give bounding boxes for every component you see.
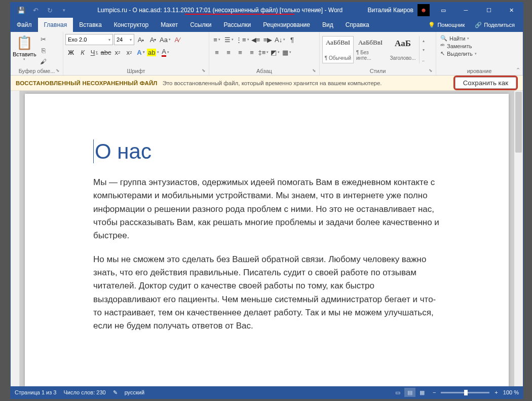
read-mode-icon[interactable]: ▭ — [392, 388, 403, 397]
replace-button[interactable]: ᵃᵇЗаменить — [440, 43, 477, 49]
zoom-level[interactable]: 100 % — [503, 389, 519, 395]
shading-icon[interactable]: ◩ — [270, 47, 281, 58]
save-as-button[interactable]: Сохранить как — [453, 76, 518, 90]
select-button[interactable]: ↖Выделить▾ — [440, 50, 477, 57]
launcher-icon[interactable]: ⬊ — [429, 68, 433, 73]
find-button[interactable]: 🔍Найти▾ — [440, 35, 477, 42]
tellme-label: Помощник — [437, 22, 465, 28]
align-right-icon[interactable]: ≡ — [235, 47, 246, 58]
tab-references[interactable]: Ссылки — [184, 18, 217, 32]
font-group-label: Шрифт — [127, 68, 145, 74]
print-layout-icon[interactable]: ▤ — [404, 388, 415, 397]
web-layout-icon[interactable]: ▦ — [416, 388, 428, 397]
align-left-icon[interactable]: ≡ — [211, 47, 222, 58]
zoom-slider[interactable] — [441, 392, 489, 393]
outdent-icon[interactable]: ◀≡ — [250, 34, 261, 45]
status-bar: Страница 1 из 3 Число слов: 230 ✎ русски… — [11, 386, 523, 398]
document-page[interactable]: О нас Мы — группа энтузиастов, одержимых… — [25, 94, 509, 386]
grow-font-icon[interactable]: A▴ — [135, 34, 146, 45]
strike-icon[interactable]: abc — [100, 47, 111, 58]
qat-more-icon[interactable]: ▾ — [57, 4, 70, 17]
paragraph-group-label: Абзац — [256, 68, 272, 74]
share-label: Поделиться — [484, 22, 515, 28]
style-normal[interactable]: АаБбВвІ¶ Обычный — [322, 36, 354, 63]
ribbon: 📋 Вставить ▾ ✂ ⎘ 🖌 Буфер обме...⬊ Exo 2.… — [11, 32, 523, 76]
message-title: ВОССТАНОВЛЕННЫЙ НЕСОХРАНЕННЫЙ ФАЙЛ — [16, 80, 158, 86]
shrink-font-icon[interactable]: A▾ — [147, 34, 159, 45]
close-icon[interactable]: ✕ — [500, 3, 523, 18]
scrollbar-thumb[interactable] — [515, 92, 522, 153]
line-spacing-icon[interactable]: ‡≡ — [258, 47, 269, 58]
numbering-icon[interactable]: ☰ — [223, 34, 235, 45]
tellme[interactable]: 💡Помощник — [424, 22, 469, 28]
page-indicator[interactable]: Страница 1 из 3 — [15, 389, 56, 395]
tab-layout[interactable]: Макет — [155, 18, 184, 32]
font-name-value: Exo 2.0 — [68, 37, 87, 43]
justify-icon[interactable]: ≡ — [246, 47, 257, 58]
language-indicator[interactable]: русский — [125, 389, 144, 395]
tab-help[interactable]: Справка — [339, 18, 375, 32]
tab-file[interactable]: Файл — [11, 18, 38, 32]
zoom-in-icon[interactable]: + — [495, 389, 498, 395]
styles-more-icon[interactable]: ▴▾⎯ — [419, 36, 427, 63]
subscript-icon[interactable]: x2 — [112, 47, 123, 58]
tab-mailings[interactable]: Рассылки — [217, 18, 257, 32]
font-name-select[interactable]: Exo 2.0▾ — [65, 34, 113, 45]
bullets-icon[interactable]: ≡ — [211, 34, 222, 45]
paste-button[interactable]: Вставить — [13, 51, 36, 57]
message-text: Это восстановленный файл, который времен… — [163, 80, 382, 86]
launcher-icon[interactable]: ⬊ — [202, 68, 206, 73]
tab-home[interactable]: Главная — [38, 18, 73, 32]
underline-icon[interactable]: Ч — [89, 47, 100, 58]
font-size-select[interactable]: 24▾ — [114, 34, 134, 45]
maximize-icon[interactable]: ☐ — [477, 3, 500, 18]
collapse-ribbon-icon[interactable]: ⌃ — [516, 67, 520, 74]
tab-review[interactable]: Рецензирование — [257, 18, 316, 32]
word-window: 💾 ↶ ↻ ▾ Lumpics.ru - О нас.asd: 13.11.20… — [10, 2, 523, 399]
word-count[interactable]: Число слов: 230 — [63, 389, 105, 395]
ribbon-display-icon[interactable]: ▭ — [432, 3, 454, 18]
ribbon-tabs: Файл Главная Вставка Конструктор Макет С… — [11, 18, 523, 32]
avatar[interactable]: ☻ — [417, 4, 430, 16]
paste-icon[interactable]: 📋 — [16, 34, 32, 51]
save-icon[interactable]: 💾 — [15, 4, 28, 17]
tab-view[interactable]: Вид — [316, 18, 339, 32]
undo-icon[interactable]: ↶ — [29, 4, 42, 17]
clear-format-icon[interactable]: A⁄ — [172, 34, 183, 45]
vertical-scrollbar[interactable] — [514, 91, 523, 386]
tab-insert[interactable]: Вставка — [73, 18, 108, 32]
replace-icon: ᵃᵇ — [440, 43, 445, 49]
message-bar: ВОССТАНОВЛЕННЫЙ НЕСОХРАНЕННЫЙ ФАЙЛ Это в… — [11, 76, 523, 91]
show-marks-icon[interactable]: ¶ — [287, 34, 298, 45]
indent-icon[interactable]: ≡▶ — [262, 34, 274, 45]
borders-icon[interactable]: ▦ — [281, 47, 292, 58]
styles-group-label: Стили — [370, 68, 386, 74]
style-heading[interactable]: АаБЗаголово... — [387, 36, 419, 63]
cut-icon[interactable]: ✂ — [38, 34, 49, 44]
zoom-out-icon[interactable]: − — [433, 389, 436, 395]
bold-icon[interactable]: Ж — [65, 47, 77, 58]
sort-icon[interactable]: A↓ — [275, 34, 286, 45]
font-color-icon[interactable]: A — [160, 47, 171, 58]
align-center-icon[interactable]: ≡ — [223, 47, 234, 58]
superscript-icon[interactable]: x2 — [124, 47, 135, 58]
multilevel-icon[interactable]: ⋮≡ — [236, 34, 249, 45]
minimize-icon[interactable]: ─ — [454, 3, 477, 18]
change-case-icon[interactable]: Aa — [160, 34, 171, 45]
share-button[interactable]: 🔗Поделиться — [471, 22, 519, 28]
italic-icon[interactable]: К — [77, 47, 88, 58]
tab-design[interactable]: Конструктор — [108, 18, 155, 32]
spellcheck-icon[interactable]: ✎ — [113, 389, 118, 396]
user-name[interactable]: Виталий Каиров — [367, 7, 413, 14]
format-painter-icon[interactable]: 🖌 — [38, 56, 49, 66]
redo-icon[interactable]: ↻ — [43, 4, 56, 17]
title-bar: 💾 ↶ ↻ ▾ Lumpics.ru - О нас.asd: 13.11.20… — [11, 3, 523, 18]
text-effects-icon[interactable]: A — [135, 47, 146, 58]
launcher-icon[interactable]: ⬊ — [312, 68, 316, 73]
launcher-icon[interactable]: ⬊ — [56, 68, 60, 73]
copy-icon[interactable]: ⎘ — [38, 45, 49, 55]
style-nospacing[interactable]: АаБбВвІ¶ Без инте... — [355, 36, 386, 63]
editing-group-label: ирование — [467, 68, 492, 74]
search-icon: 🔍 — [440, 35, 447, 42]
highlight-icon[interactable]: ab — [147, 47, 159, 58]
